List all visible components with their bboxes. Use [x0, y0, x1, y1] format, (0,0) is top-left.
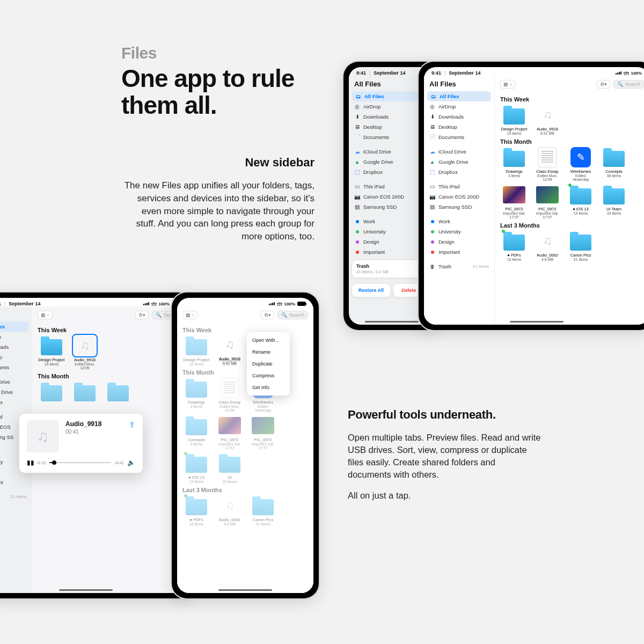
desktop-icon: 🖥 — [354, 124, 360, 130]
sidebar-item[interactable]: 📄Documents — [424, 132, 494, 142]
home-indicator[interactable] — [510, 321, 564, 323]
file-item[interactable]: Concepts48 items — [600, 147, 628, 181]
search-icon: 🔍 — [617, 82, 623, 87]
folder-blue-icon: 🗂 — [430, 93, 436, 99]
ssd-icon: ▤ — [354, 204, 360, 210]
tools-block: Powerful tools underneath. Open multiple… — [348, 408, 541, 501]
file-item[interactable]: PIC_0972Imported Sat, 17:57 — [533, 185, 561, 219]
view-toggle[interactable]: ▦ ≡ — [182, 311, 197, 319]
sort-button[interactable]: ⚙︎▾ — [135, 311, 149, 319]
airdrop-icon: ◎ — [429, 104, 435, 109]
ipad-front-b: 100% ▦ ≡ ⚙︎▾ 🔍Search This Week Design Pr… — [172, 292, 319, 598]
hero-title: One app to rule them all. — [121, 65, 294, 119]
file-item[interactable]: Canon Pics21 items — [567, 231, 595, 261]
sidebar-item[interactable]: irDrop — [0, 332, 32, 342]
sidebar-item[interactable]: 🗂All Files — [427, 91, 491, 101]
file-item[interactable]: ✎ WireframesEdited Yesterday — [567, 147, 595, 181]
trash-icon: 🗑 — [429, 264, 435, 269]
headline-block: Files One app to rule them all. — [121, 44, 294, 119]
file-item[interactable]: ♫ Audio_99188.51 MB — [533, 105, 561, 135]
search-input[interactable]: 🔍Search — [277, 311, 308, 319]
desktop-icon: 🖥 — [429, 124, 435, 130]
icloud-icon: ☁︎ — [354, 149, 360, 155]
modal-backdrop[interactable] — [177, 319, 313, 593]
dropbox-icon: ⬚ — [429, 169, 435, 175]
menu-item[interactable]: Rename — [247, 346, 290, 358]
section-label: Last 3 Months — [500, 222, 644, 229]
sidebar-tag[interactable]: University — [424, 226, 494, 237]
camera-icon: 📷 — [354, 194, 360, 200]
file-item[interactable]: ● iOS 1315 items — [567, 185, 595, 219]
camera-icon: 📷 — [429, 194, 435, 200]
menu-item[interactable]: Duplicate — [247, 358, 290, 370]
sidebar-item[interactable]: ash21 items — [0, 492, 32, 502]
file-item-focused[interactable]: ♫ Audio_9918 8.51 MB — [216, 334, 244, 365]
status-bar: 9:41|September 14 100% — [424, 67, 644, 76]
sidebar-item[interactable]: ▲Google Drive — [424, 157, 494, 167]
sidebar-item[interactable]: esktop — [0, 352, 32, 362]
sort-button[interactable]: ⚙︎▾ — [261, 311, 274, 319]
volume-icon[interactable]: 🔈 — [127, 459, 135, 466]
file-item[interactable]: ● PDFs16 items — [500, 231, 528, 261]
search-input[interactable]: 🔍Search — [613, 80, 644, 89]
home-indicator[interactable] — [59, 589, 113, 591]
sidebar-tag[interactable]: Important — [424, 247, 494, 257]
sub-body: The new Files app unifies all your folde… — [121, 179, 314, 243]
audio-preview-card[interactable]: ♫ Audio_9918 00:41 ⇪ ▮▮ 0:12 -0:41 🔈 — [19, 414, 143, 473]
doc-icon: 📄 — [429, 134, 435, 140]
sidebar-item[interactable]: 📷Canon EOS 200D — [424, 192, 494, 202]
menu-item[interactable]: Open With... — [247, 334, 290, 346]
file-item[interactable]: PIC_0972Imported Sat, 17:57 — [500, 185, 528, 219]
status-bar: 100% — [177, 298, 313, 306]
share-icon[interactable]: ⇪ — [129, 420, 135, 452]
file-item[interactable]: Design Project 16 items — [38, 335, 65, 370]
sidebar-item[interactable]: l Files — [0, 321, 29, 332]
sidebar-item[interactable]: ownloads — [0, 342, 32, 352]
seek-bar[interactable] — [49, 462, 111, 463]
music-icon: ♫ — [27, 420, 59, 452]
sort-button[interactable]: ⚙︎▾ — [597, 80, 610, 89]
gdrive-icon: ▲ — [429, 159, 435, 165]
file-item[interactable]: ♫ Audio_00624.6 MB — [533, 231, 561, 261]
home-indicator[interactable] — [365, 321, 419, 323]
sidebar-item[interactable]: 🖥Desktop — [424, 122, 494, 132]
menu-item[interactable]: Compress — [247, 370, 290, 382]
home-indicator[interactable] — [218, 589, 272, 591]
download-icon: ⬇︎ — [429, 114, 435, 120]
file-item[interactable]: Class EssayEdited Mon, 12:09 — [533, 147, 561, 181]
gdrive-icon: ▲ — [354, 159, 360, 165]
sidebar-item[interactable]: ⬚Dropbox — [424, 167, 494, 177]
ipad-icon: ▭ — [429, 184, 435, 189]
sidebar-item[interactable]: oogle Drive — [0, 387, 32, 397]
view-toggle[interactable]: ▦ ≡ — [38, 311, 53, 319]
ipad-icon: ▭ — [354, 184, 360, 189]
sidebar-item[interactable]: ▤Samsung SSD — [424, 202, 494, 212]
sidebar-tag[interactable]: Design — [424, 237, 494, 247]
icloud-icon: ☁︎ — [429, 149, 435, 155]
download-icon: ⬇︎ — [354, 114, 360, 120]
sidebar-item[interactable]: portant — [0, 477, 32, 487]
menu-item[interactable]: Get Info — [247, 382, 290, 393]
play-pause-button[interactable]: ▮▮ — [27, 459, 34, 466]
tools-tag: All on just a tap. — [348, 491, 541, 501]
context-menu[interactable]: Open With... Rename Duplicate Compress G… — [247, 332, 290, 396]
restore-all-button[interactable]: Restore All — [352, 284, 390, 297]
sidebar-trash[interactable]: 🗑Trash21 items — [424, 261, 494, 272]
sidebar-item[interactable]: ◎AirDrop — [424, 101, 494, 112]
view-toggle[interactable]: ▦≡ — [500, 80, 515, 89]
file-item-selected[interactable]: ♫ Audio_9918 Edited Mon, 12:09 — [71, 335, 99, 370]
sidebar-item[interactable]: loud Drive — [0, 377, 32, 387]
sidebar-item[interactable]: ⬇︎Downloads — [424, 112, 494, 122]
tools-title: Powerful tools underneath. — [348, 408, 541, 422]
file-item[interactable]: Design Project16 items — [500, 105, 528, 135]
sidebar-item[interactable]: ocuments — [0, 362, 32, 372]
sidebar-item[interactable]: ropbox — [0, 397, 32, 407]
file-item[interactable]: Drawings3 items — [500, 147, 528, 181]
file-item[interactable]: UI Team33 items — [600, 185, 628, 219]
sidebar-item[interactable]: ☁︎iCloud Drive — [424, 147, 494, 157]
sidebar-item[interactable]: ▭This iPad — [424, 181, 494, 192]
sidebar-tag[interactable]: Work — [424, 216, 494, 226]
status-bar: 9:41|September 14 100% — [0, 298, 188, 306]
tools-body: Open multiple tabs. Preview files. Read … — [348, 431, 541, 481]
folder-blue-icon: 🗂 — [355, 93, 361, 99]
